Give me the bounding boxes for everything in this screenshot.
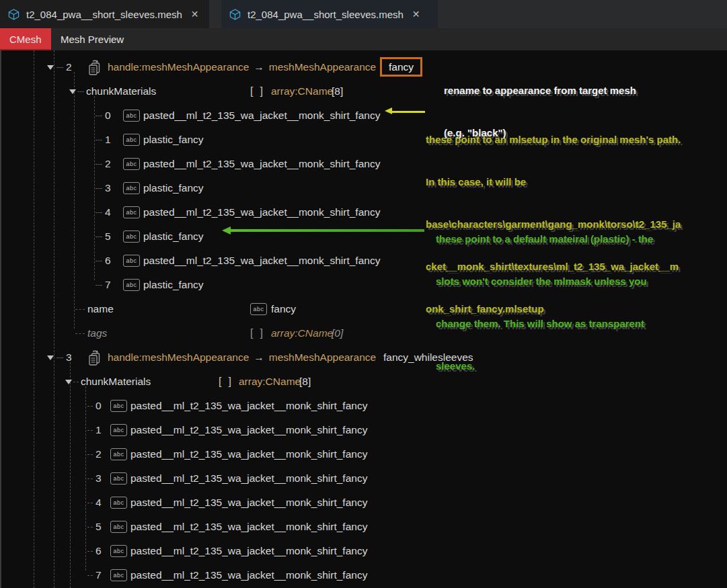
item-index: 1 [105, 128, 111, 152]
item-index: 4 [105, 200, 111, 224]
material-name[interactable]: plastic_fancy [143, 128, 204, 152]
item-index: 0 [95, 394, 102, 418]
string-type-icon: abc [250, 303, 267, 315]
close-icon[interactable]: ✕ [191, 9, 199, 19]
file-tab-1[interactable]: t2_084_pwa__short_sleeves.mesh ✕ [0, 0, 209, 28]
tree-connector [75, 333, 85, 334]
tree-row-material-item[interactable]: 3 abc pasted__ml_t2_135_wa_jacket__monk_… [0, 466, 727, 491]
tree-connector [95, 188, 102, 189]
item-index: 1 [95, 418, 102, 442]
tree-row-material-item[interactable]: 1 abc pasted__ml_t2_135_wa_jacket__monk_… [0, 418, 727, 442]
material-name[interactable]: plastic_fancy [143, 273, 204, 297]
array-bracket-icon: [] [250, 79, 263, 103]
handle-type-text: handle:meshMeshAppearance→meshMeshAppear… [108, 345, 376, 370]
material-name[interactable]: pasted__ml_t2_135_wa_jacket__monk_shirt_… [143, 103, 380, 128]
string-type-icon: abc [110, 497, 127, 509]
tree-connector [87, 454, 93, 455]
string-type-icon: abc [123, 230, 140, 243]
handle-type-text: handle:meshMeshAppearance→meshMeshAppear… [108, 55, 376, 79]
tree-connector [95, 212, 102, 213]
property-type: array:CName [271, 79, 333, 103]
material-name[interactable]: pasted__ml_t2_135_wa_jacket__monk_shirt_… [130, 394, 367, 418]
yellow-arrow [385, 108, 425, 115]
row-index: 3 [66, 345, 72, 370]
array-count: [0] [325, 321, 343, 345]
close-icon[interactable]: ✕ [412, 9, 420, 19]
expander-icon[interactable] [65, 380, 72, 384]
property-type: array:CName [239, 370, 301, 394]
handle-type: handle:meshMeshAppearance [108, 61, 249, 73]
handle-ref-icon [87, 349, 102, 366]
handle-ref-icon [87, 59, 102, 75]
array-count: [8] [325, 79, 343, 103]
string-type-icon: abc [110, 472, 127, 485]
item-index: 7 [95, 563, 102, 587]
item-index: 6 [105, 249, 111, 273]
arrow-glyph: → [249, 351, 269, 363]
string-type-icon: abc [123, 255, 140, 267]
item-index: 3 [95, 466, 102, 491]
material-name[interactable]: pasted__ml_t2_135_wa_jacket__monk_shirt_… [130, 442, 367, 466]
arrow-glyph: → [249, 61, 269, 73]
item-index: 7 [105, 273, 111, 297]
material-name[interactable]: pasted__ml_t2_135_wa_jacket__monk_shirt_… [130, 466, 367, 491]
tree-connector [87, 527, 93, 528]
material-name[interactable]: pasted__ml_t2_135_wa_jacket__monk_shirt_… [130, 563, 367, 587]
tree-connector [56, 67, 63, 68]
tree-row-material-item[interactable]: 7 abc pasted__ml_t2_135_wa_jacket__monk_… [0, 563, 727, 587]
handle-type: handle:meshMeshAppearance [108, 351, 249, 363]
tree-row-material-item[interactable]: 6 abc pasted__ml_t2_135_wa_jacket__monk_… [0, 539, 727, 563]
property-label: chunkMaterials [81, 370, 151, 394]
tree-connector [87, 430, 93, 431]
tree-connector [95, 261, 102, 261]
mesh-cube-icon [229, 8, 241, 21]
tree-connector [87, 551, 93, 552]
tree-row-material-item[interactable]: 5 abc pasted__ml_t2_135_wa_jacket__monk_… [0, 515, 727, 539]
handle-class: meshMeshAppearance [269, 351, 376, 363]
property-type: array:CName [271, 321, 333, 345]
expander-icon[interactable] [47, 355, 54, 360]
array-count: [8] [293, 370, 311, 394]
item-index: 3 [105, 176, 111, 200]
tab-cmesh[interactable]: CMesh [0, 28, 51, 50]
material-name[interactable]: pasted__ml_t2_135_wa_jacket__monk_shirt_… [130, 418, 367, 442]
green-arrow [222, 226, 426, 235]
file-tab-title: t2_084_pwa__short_sleeves.mesh [247, 9, 404, 20]
tree-row-material-item[interactable]: 4 abc pasted__ml_t2_135_wa_jacket__monk_… [0, 491, 727, 515]
tree-row-material-item[interactable]: 2 abc pasted__ml_t2_135_wa_jacket__monk_… [0, 442, 727, 466]
material-name[interactable]: pasted__ml_t2_135_wa_jacket__monk_shirt_… [130, 539, 367, 563]
tree-connector [75, 309, 85, 310]
file-tab-2[interactable]: t2_084_pwa__short_sleeves.mesh ✕ [221, 0, 438, 28]
property-label: chunkMaterials [86, 79, 156, 103]
item-index: 4 [95, 491, 102, 515]
string-type-icon: abc [110, 545, 127, 557]
item-index: 5 [95, 515, 102, 539]
material-name[interactable]: pasted__ml_t2_135_wa_jacket__monk_shirt_… [130, 515, 367, 539]
string-type-icon: abc [110, 424, 127, 436]
material-name[interactable]: pasted__ml_t2_135_wa_jacket__monk_shirt_… [143, 200, 380, 224]
tree-connector [95, 164, 102, 165]
material-name[interactable]: pasted__ml_t2_135_wa_jacket__monk_shirt_… [143, 152, 380, 176]
tree-connector [95, 140, 102, 140]
item-index: 2 [95, 442, 102, 466]
material-name[interactable]: pasted__ml_t2_135_wa_jacket__monk_shirt_… [143, 249, 380, 273]
material-name[interactable]: pasted__ml_t2_135_wa_jacket__monk_shirt_… [130, 491, 367, 515]
expander-icon[interactable] [69, 89, 76, 94]
tree-connector [87, 478, 93, 479]
string-type-icon: abc [123, 206, 140, 218]
string-type-icon: abc [123, 279, 140, 291]
name-value[interactable]: fancy [271, 297, 296, 321]
row-index: 2 [66, 55, 72, 79]
string-type-icon: abc [123, 110, 140, 122]
material-name[interactable]: plastic_fancy [143, 176, 204, 200]
tree-connector [87, 575, 93, 576]
tree-connector [87, 406, 93, 407]
appearance-name-value-highlighted[interactable]: fancy [380, 57, 422, 77]
item-index: 5 [105, 224, 111, 249]
item-index: 6 [95, 539, 102, 563]
string-type-icon: abc [123, 158, 140, 170]
expander-icon[interactable] [47, 65, 54, 70]
material-name[interactable]: plastic_fancy [143, 224, 204, 249]
tab-mesh-preview[interactable]: Mesh Preview [51, 28, 133, 50]
string-type-icon: abc [110, 569, 127, 581]
